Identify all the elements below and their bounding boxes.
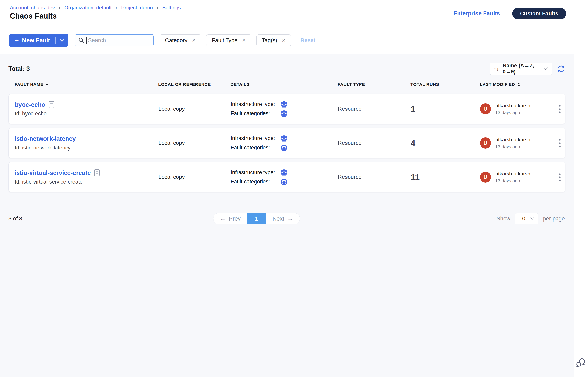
column-header-last-modified[interactable]: LAST MODIFIED <box>480 82 554 87</box>
custom-faults-button[interactable]: Custom Faults <box>512 8 566 19</box>
new-fault-dropdown-button[interactable] <box>56 34 68 47</box>
kubernetes-icon <box>280 169 287 176</box>
table-row: istio-virtual-service-create Id: istio-v… <box>9 162 565 192</box>
breadcrumb-organization[interactable]: Organization: default <box>64 5 112 11</box>
column-label: FAULT TYPE <box>338 82 365 87</box>
content-area: Total: 3 ↑↓ Name (A→Z, 0→9) <box>0 54 574 377</box>
manifest-doc-icon[interactable] <box>94 169 100 177</box>
modified-by: utkarsh.utkarsh <box>495 103 530 109</box>
filter-chip-label: Tag(s) <box>262 37 277 44</box>
manifest-doc-icon[interactable] <box>49 101 54 108</box>
page-title: Chaos Faults <box>10 12 57 20</box>
reset-filters-button[interactable]: Reset <box>301 37 316 44</box>
total-runs-cell: 11 <box>411 172 480 182</box>
local-or-reference-cell: Local copy <box>158 174 231 180</box>
details-cell: Infrastructure type: Fault categories: <box>231 101 338 117</box>
close-icon[interactable]: × <box>242 37 246 43</box>
column-label: TOTAL RUNS <box>410 82 439 87</box>
infrastructure-type-label: Infrastructure type: <box>231 101 280 107</box>
column-header-details: DETAILS <box>230 82 338 87</box>
row-actions-cell <box>555 138 565 148</box>
list-controls-row: Total: 3 ↑↓ Name (A→Z, 0→9) <box>9 63 565 75</box>
pagination-control: ← Prev 1 Next → <box>213 213 300 224</box>
column-header-total-runs: TOTAL RUNS <box>410 82 480 87</box>
page-size-control: Show 10 per page <box>497 213 565 224</box>
fault-id: Id: istio-network-latency <box>15 145 158 151</box>
filter-chip-label: Category <box>165 37 188 44</box>
new-fault-split-button: + New Fault <box>9 34 68 47</box>
main-column: Account: chaos-dev › Organization: defau… <box>0 0 574 377</box>
fault-categories-label: Fault categories: <box>231 110 280 117</box>
table-header-row: FAULT NAME LOCAL OR REFERENCE DETAILS FA… <box>9 82 565 87</box>
avatar: U <box>480 138 491 149</box>
fault-name-link[interactable]: byoc-echo <box>15 101 45 108</box>
modified-by: utkarsh.utkarsh <box>495 137 530 143</box>
new-fault-button[interactable]: + New Fault <box>9 34 56 47</box>
sort-both-icon <box>517 83 520 86</box>
page-size-dropdown[interactable]: 10 <box>515 213 538 224</box>
column-label: LAST MODIFIED <box>480 82 515 87</box>
current-page-button[interactable]: 1 <box>247 213 266 224</box>
breadcrumb-settings[interactable]: Settings <box>162 5 181 11</box>
close-icon[interactable]: × <box>192 37 196 43</box>
last-modified-cell: U utkarsh.utkarsh 13 days ago <box>480 103 555 115</box>
row-actions-cell <box>555 172 565 182</box>
prev-page-button[interactable]: ← Prev <box>213 213 247 224</box>
breadcrumb-separator: › <box>115 5 117 11</box>
row-actions-cell <box>555 104 565 114</box>
avatar: U <box>480 172 491 183</box>
last-modified-cell: U utkarsh.utkarsh 13 days ago <box>480 171 555 184</box>
items-count-label: 3 of 3 <box>9 215 22 222</box>
breadcrumb-account[interactable]: Account: chaos-dev <box>10 5 55 11</box>
fault-list: byoc-echo Id: byoc-echo Local copy Infra… <box>9 94 565 192</box>
filter-chip-tags[interactable]: Tag(s) × <box>256 35 291 46</box>
filter-chip-fault-type[interactable]: Fault Type × <box>206 35 251 46</box>
more-options-button[interactable] <box>558 104 562 114</box>
help-chat-button[interactable] <box>576 357 587 369</box>
fault-categories-label: Fault categories: <box>231 145 280 151</box>
avatar: U <box>480 103 491 114</box>
sort-ascending-icon <box>46 83 49 85</box>
breadcrumb-project[interactable]: Project: demo <box>121 5 153 11</box>
infrastructure-type-label: Infrastructure type: <box>231 169 280 176</box>
fault-name-cell: istio-virtual-service-create Id: istio-v… <box>15 169 158 185</box>
arrow-left-icon: ← <box>220 215 226 222</box>
more-options-button[interactable] <box>558 172 562 182</box>
search-icon <box>78 37 85 44</box>
breadcrumb-separator: › <box>59 5 60 11</box>
total-runs-cell: 4 <box>411 138 480 148</box>
close-icon[interactable]: × <box>282 37 285 43</box>
total-runs-cell: 1 <box>411 104 480 114</box>
fault-name-link[interactable]: istio-network-latency <box>15 135 76 142</box>
kubernetes-icon <box>280 101 287 108</box>
next-page-button[interactable]: Next → <box>266 213 300 224</box>
fault-id: Id: istio-virtual-service-create <box>15 179 158 185</box>
filter-chip-category[interactable]: Category × <box>159 35 201 46</box>
kubernetes-icon <box>280 135 287 142</box>
details-cell: Infrastructure type: Fault categories: <box>231 169 338 185</box>
more-options-button[interactable] <box>558 138 562 148</box>
modified-by: utkarsh.utkarsh <box>495 171 530 177</box>
column-label: DETAILS <box>230 82 249 87</box>
prev-label: Prev <box>229 215 241 222</box>
fault-name-cell: byoc-echo Id: byoc-echo <box>15 101 158 117</box>
enterprise-faults-link[interactable]: Enterprise Faults <box>453 10 500 17</box>
fault-categories-label: Fault categories: <box>231 179 280 185</box>
sort-dropdown[interactable]: ↑↓ Name (A→Z, 0→9) <box>490 63 552 75</box>
custom-faults-label: Custom Faults <box>520 11 558 17</box>
chevron-down-icon <box>544 67 548 70</box>
table-row: istio-network-latency Id: istio-network-… <box>9 128 565 158</box>
breadcrumb-separator: › <box>157 5 158 11</box>
refresh-button[interactable] <box>557 65 565 73</box>
text-caret <box>86 37 87 44</box>
column-header-fault-name[interactable]: FAULT NAME <box>15 82 158 87</box>
kubernetes-icon <box>280 178 287 185</box>
column-label: LOCAL OR REFERENCE <box>158 82 211 87</box>
filter-chip-label: Fault Type <box>212 37 237 44</box>
fault-name-link[interactable]: istio-virtual-service-create <box>15 169 91 177</box>
total-count-label: Total: 3 <box>9 65 30 72</box>
refresh-icon <box>557 65 565 73</box>
column-label: FAULT NAME <box>15 82 43 87</box>
column-header-local-or-reference: LOCAL OR REFERENCE <box>158 82 230 87</box>
chevron-down-icon <box>530 217 534 220</box>
